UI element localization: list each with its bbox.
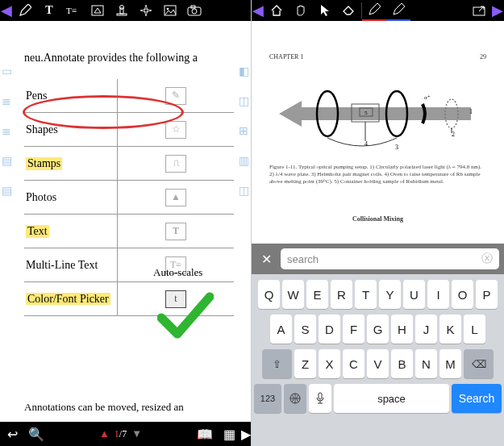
page-indicator: 1/7 [111, 428, 130, 440]
key-x[interactable]: X [319, 349, 340, 378]
svg-point-8 [192, 9, 197, 14]
search-input[interactable]: search ⓧ [281, 248, 499, 269]
key-o[interactable]: O [452, 280, 473, 309]
left-margin-icons: ▭≣≣▤▤ [2, 65, 12, 198]
camera-tool-icon[interactable] [182, 0, 206, 21]
svg-text:σ⁺: σ⁺ [424, 94, 431, 101]
key-a[interactable]: A [270, 315, 292, 344]
key-globe[interactable] [284, 384, 306, 413]
thumbnails-icon[interactable]: ▦ [217, 422, 241, 446]
key-i[interactable]: I [427, 280, 449, 309]
text-tool-icon[interactable]: T [37, 0, 61, 21]
pointer-icon[interactable] [313, 0, 337, 21]
key-e[interactable]: E [306, 280, 328, 309]
globe-icon [289, 392, 302, 405]
green-check-annotation [157, 292, 214, 340]
top-toolbar-left: ◀ T T≡ [0, 0, 251, 21]
key-p[interactable]: P [476, 280, 498, 309]
figure-caption: Figure 1-11. Typical optical pumping set… [269, 164, 486, 185]
compass-icon[interactable] [134, 0, 158, 21]
page-number: 29 [480, 53, 486, 60]
eraser-icon[interactable] [337, 0, 361, 21]
key-z[interactable]: Z [294, 349, 316, 378]
page-down-icon[interactable]: ▼ [130, 427, 144, 440]
pencil-icon: ✎ [165, 87, 186, 105]
key-b[interactable]: B [391, 349, 413, 378]
key-f[interactable]: F [343, 315, 364, 344]
chevron-right-icon[interactable]: ▶ [491, 0, 504, 21]
key-r[interactable]: R [331, 280, 352, 309]
key-search[interactable]: Search [452, 384, 502, 413]
key-shift[interactable]: ⇧ [262, 349, 292, 378]
right-document: CHAPTER 1 29 5 σ⁺ 1 2 3 4 [252, 21, 504, 236]
key-n[interactable]: N [415, 349, 437, 378]
key-w[interactable]: W [282, 280, 304, 309]
row-label: Shapes [26, 123, 58, 136]
svg-text:T≡: T≡ [66, 6, 77, 15]
key-v[interactable]: V [367, 349, 389, 378]
svg-marker-11 [279, 101, 471, 127]
key-q[interactable]: Q [258, 280, 280, 309]
search-placeholder: search [287, 253, 319, 265]
key-l[interactable]: L [464, 315, 485, 344]
key-y[interactable]: Y [379, 280, 401, 309]
image-icon: ▲ [165, 189, 186, 206]
row-label: Multi-Line Text [26, 259, 98, 271]
autoscale-label: Auto-scales [153, 266, 202, 279]
key-s[interactable]: S [294, 315, 316, 344]
left-document: neu.Annotate provides the following a Pe… [0, 21, 251, 316]
key-t[interactable]: T [355, 280, 377, 309]
search-bar: ✕ search ⓧ [252, 244, 504, 274]
key-m[interactable]: M [439, 349, 461, 378]
svg-text:5: 5 [364, 110, 368, 116]
bookmarks-icon[interactable]: 📖 [193, 422, 217, 446]
row-label: Stamps [26, 157, 62, 170]
row-label: Pens [26, 90, 47, 102]
chevron-left-icon[interactable]: ◀ [252, 0, 264, 21]
stamp-icon: ⎍ [165, 155, 186, 173]
stamp-tool-icon[interactable] [110, 0, 134, 21]
left-screenshot: ◀ T T≡ ▭≣≣▤▤ ◧◫⊞▥◫ neu.Annotate provides… [0, 0, 252, 446]
svg-point-6 [167, 8, 169, 10]
pan-hand-icon[interactable] [289, 0, 313, 21]
multiline-text-icon[interactable]: T≡ [61, 0, 85, 21]
top-toolbar-right: ◀ ▶ [252, 0, 504, 21]
home-icon[interactable] [264, 0, 289, 21]
search-icon[interactable]: 🔍 [24, 422, 48, 446]
intro-text: neu.Annotate provides the following a [24, 52, 246, 65]
image-tool-icon[interactable] [158, 0, 182, 21]
key-h[interactable]: H [391, 315, 413, 344]
share-icon[interactable] [467, 0, 491, 21]
svg-point-4 [120, 6, 124, 10]
shape-tool-icon[interactable] [85, 0, 110, 21]
chapter-label: CHAPTER 1 [269, 53, 303, 60]
physics-diagram: 5 σ⁺ 1 2 3 4 [269, 69, 486, 157]
row-label: Color/Font Picker [26, 293, 110, 305]
back-icon[interactable]: ↩ [0, 422, 24, 446]
page-up-icon[interactable]: ▲ [98, 427, 111, 440]
chevron-left-icon[interactable]: ◀ [0, 0, 13, 21]
clear-search-icon[interactable]: ⓧ [481, 252, 493, 266]
chevron-right-icon[interactable]: ▶ [241, 427, 251, 442]
right-screenshot: ◀ ▶ CHAPTER 1 29 5 σ⁺ 1 [252, 0, 504, 446]
close-search-icon[interactable]: ✕ [256, 249, 276, 269]
pen-tool-icon[interactable] [13, 0, 37, 21]
text-t-icon: T [165, 223, 186, 240]
red-pencil-icon[interactable] [362, 0, 386, 21]
key-space[interactable]: space [334, 384, 449, 413]
key-c[interactable]: C [343, 349, 364, 378]
key-numbers[interactable]: 123 [254, 384, 281, 413]
key-j[interactable]: J [415, 315, 437, 344]
collisional-heading: Collisional Mixing [269, 215, 486, 223]
key-g[interactable]: G [367, 315, 389, 344]
key-mic[interactable] [309, 384, 331, 413]
bottom-toolbar-left: ↩ 🔍 ▲ 1/7 ▼ 📖 ▦ ▶ [0, 422, 251, 446]
svg-text:1: 1 [469, 108, 473, 115]
row-label: Text [26, 225, 49, 238]
key-k[interactable]: K [439, 315, 461, 344]
key-u[interactable]: U [403, 280, 425, 309]
key-d[interactable]: D [319, 315, 340, 344]
blue-pencil-icon[interactable] [386, 0, 410, 21]
key-backspace[interactable]: ⌫ [464, 349, 494, 378]
star-box-icon: ☆ [165, 121, 186, 139]
